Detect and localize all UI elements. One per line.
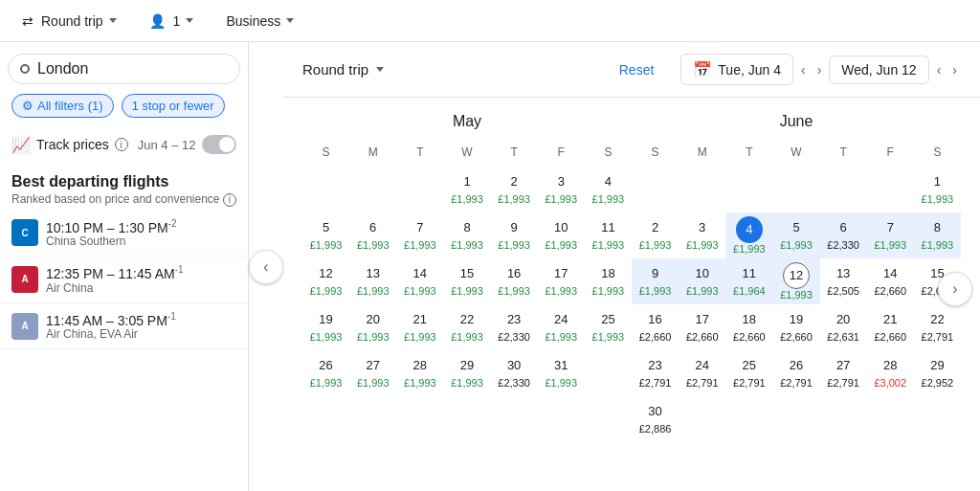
- calendar-cell[interactable]: 13£1,993: [349, 258, 396, 304]
- calendar-day-number: 17: [554, 262, 568, 285]
- calendar-cell[interactable]: 5£1,993: [772, 212, 819, 258]
- track-prices-label: Track prices: [36, 137, 109, 152]
- depart-next-button[interactable]: ›: [813, 60, 826, 79]
- reset-button[interactable]: Reset: [619, 62, 655, 78]
- calendar-cell[interactable]: 26£1,993: [302, 350, 349, 396]
- calendar-next-button[interactable]: ›: [938, 272, 972, 306]
- calendar-cell[interactable]: 24£2,791: [679, 350, 725, 396]
- track-prices-toggle[interactable]: [202, 135, 236, 154]
- calendar-cell[interactable]: 30£2,330: [491, 350, 538, 396]
- calendar-day-number: 12: [783, 262, 810, 289]
- calendar-cell[interactable]: 19£2,660: [772, 304, 819, 350]
- calendar-cell[interactable]: 16£2,660: [632, 304, 679, 350]
- calendar-cell[interactable]: 12£1,993: [772, 258, 819, 304]
- calendar-cell[interactable]: 1£1,993: [443, 167, 490, 212]
- return-date-box[interactable]: Wed, Jun 12: [829, 56, 928, 84]
- calendar-day-price: £2,660: [639, 331, 672, 343]
- calendar-day-number: 6: [369, 216, 376, 239]
- calendar-cell[interactable]: 6£2,330: [820, 212, 867, 258]
- return-prev-button[interactable]: ‹: [933, 60, 946, 79]
- calendar-cell[interactable]: 18£2,660: [725, 304, 772, 350]
- calendar-cell[interactable]: 23£2,330: [491, 304, 538, 350]
- day-of-week-header: F: [867, 142, 914, 167]
- calendar-cell[interactable]: 24£1,993: [538, 304, 585, 350]
- calendar-cell[interactable]: 17£2,660: [679, 304, 725, 350]
- calendar-cell[interactable]: 1£1,993: [914, 167, 961, 212]
- calendar-cell[interactable]: 6£1,993: [349, 212, 396, 258]
- calendar-cell[interactable]: 22£1,993: [443, 304, 490, 350]
- calendar-cell[interactable]: 8£1,993: [443, 212, 490, 258]
- calendar-cell[interactable]: 10£1,993: [679, 258, 725, 304]
- passengers-button[interactable]: 👤 1: [139, 9, 205, 33]
- flight-airline: Air China: [46, 281, 236, 295]
- calendar-cell[interactable]: 25£1,993: [585, 304, 632, 350]
- flight-item[interactable]: A11:45 AM – 3:05 PM-1Air China, EVA Air: [0, 303, 248, 350]
- depart-date-box[interactable]: 📅 Tue, Jun 4: [680, 54, 793, 85]
- best-flights-info-icon[interactable]: i: [223, 193, 236, 207]
- calendar-day-price: £1,993: [545, 193, 577, 205]
- trip-type-button[interactable]: ⇄ Round trip: [11, 9, 127, 33]
- calendar-header: Round trip Reset 📅 Tue, Jun 4 ‹ › Wed, J…: [283, 42, 980, 98]
- calendar-cell[interactable]: 8£1,993: [914, 212, 961, 258]
- calendar-cell[interactable]: 29£2,952: [914, 350, 961, 396]
- flight-airline: Air China, EVA Air: [46, 327, 236, 341]
- day-of-week-header: T: [725, 142, 772, 167]
- calendar-day-price: £2,660: [686, 331, 719, 343]
- stop-filter-badge[interactable]: 1 stop or fewer: [122, 94, 225, 118]
- calendar-cell[interactable]: 27£1,993: [349, 350, 396, 396]
- calendar-cell[interactable]: 2£1,993: [632, 212, 679, 258]
- calendar-cell[interactable]: 26£2,791: [772, 350, 819, 396]
- calendar-cell[interactable]: 25£2,791: [725, 350, 772, 396]
- calendar-cell[interactable]: 7£1,993: [396, 212, 443, 258]
- cabin-class-button[interactable]: Business: [215, 9, 304, 33]
- calendar-cell[interactable]: 7£1,993: [867, 212, 914, 258]
- calendar-cell[interactable]: 30£2,886: [632, 396, 679, 442]
- flight-airline: China Southern: [46, 234, 236, 248]
- calendar-cell[interactable]: 15£1,993: [443, 258, 490, 304]
- calendar-cell[interactable]: 2£1,993: [491, 167, 538, 212]
- calendar-prev-button[interactable]: ‹: [249, 250, 283, 284]
- calendar-cell[interactable]: 11£1,964: [725, 258, 772, 304]
- calendar-cell[interactable]: 28£3,002: [867, 350, 914, 396]
- calendar-cell[interactable]: 20£1,993: [349, 304, 396, 350]
- calendar-cell[interactable]: 18£1,993: [585, 258, 632, 304]
- calendar-cell[interactable]: 17£1,993: [538, 258, 585, 304]
- calendar-cell[interactable]: 21£1,993: [396, 304, 443, 350]
- calendar-cell[interactable]: 21£2,660: [867, 304, 914, 350]
- calendar-cell[interactable]: 20£2,631: [820, 304, 867, 350]
- calendar-day-number: 9: [511, 216, 518, 239]
- calendar-cell[interactable]: 27£2,791: [820, 350, 867, 396]
- calendar-cell[interactable]: 10£1,993: [538, 212, 585, 258]
- calendar-cell[interactable]: 12£1,993: [302, 258, 349, 304]
- calendar-cell[interactable]: 3£1,993: [679, 212, 725, 258]
- calendar-cell[interactable]: 9£1,993: [632, 258, 679, 304]
- track-prices-info-icon[interactable]: i: [115, 138, 128, 151]
- depart-prev-button[interactable]: ‹: [797, 60, 810, 79]
- calendar-trip-type-selector[interactable]: Round trip: [302, 61, 384, 78]
- all-filters-button[interactable]: ⚙ All filters (1): [11, 94, 114, 118]
- calendar-cell[interactable]: 14£1,993: [396, 258, 443, 304]
- calendar-cell[interactable]: 14£2,660: [867, 258, 914, 304]
- calendar-cell[interactable]: 19£1,993: [302, 304, 349, 350]
- calendar-grid: SMTWTFS1£1,9932£1,9933£1,9934£1,9935£1,9…: [632, 142, 961, 442]
- top-bar: ⇄ Round trip 👤 1 Business: [0, 0, 980, 42]
- calendar-cell[interactable]: 22£2,791: [914, 304, 961, 350]
- calendar-cell[interactable]: 29£1,993: [443, 350, 490, 396]
- calendar-day-number: 31: [554, 354, 568, 377]
- search-row[interactable]: London: [8, 54, 240, 84]
- flight-item[interactable]: A12:35 PM – 11:45 AM-1Air China: [0, 257, 248, 303]
- calendar-cell[interactable]: 4£1,993: [585, 167, 632, 212]
- flight-item[interactable]: C10:10 PM – 1:30 PM-2China Southern: [0, 211, 248, 257]
- calendar-cell[interactable]: 16£1,993: [491, 258, 538, 304]
- calendar-cell[interactable]: 11£1,993: [585, 212, 632, 258]
- calendar-cell[interactable]: 9£1,993: [491, 212, 538, 258]
- calendar-cell[interactable]: 31£1,993: [538, 350, 585, 396]
- day-of-week-header: T: [491, 142, 538, 167]
- return-next-button[interactable]: ›: [948, 60, 961, 79]
- calendar-cell[interactable]: 3£1,993: [538, 167, 585, 212]
- calendar-cell[interactable]: 4£1,993: [725, 212, 772, 258]
- calendar-cell[interactable]: 23£2,791: [632, 350, 679, 396]
- calendar-cell[interactable]: 28£1,993: [396, 350, 443, 396]
- calendar-cell[interactable]: 5£1,993: [302, 212, 349, 258]
- calendar-cell[interactable]: 13£2,505: [820, 258, 867, 304]
